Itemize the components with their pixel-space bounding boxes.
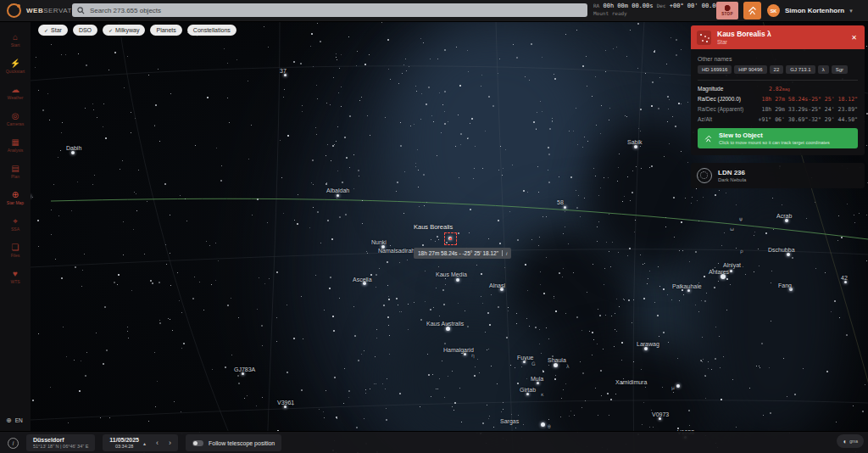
star-label[interactable]: 37 — [280, 68, 287, 74]
coordinates-tooltip: 18h 27m 58.24s - -25° 25' 18.12" i — [414, 248, 511, 259]
sidebar-item-quickstart[interactable]: ⚡Quickstart — [0, 53, 31, 79]
star-label[interactable]: Girtab — [520, 387, 536, 393]
info-icon[interactable]: i — [506, 251, 507, 256]
star-label[interactable]: Acrab — [776, 213, 792, 219]
star-label[interactable]: Antares — [709, 269, 729, 275]
sidebar-item-plan[interactable]: ▤Plan — [0, 158, 31, 184]
webservatory-app: Dabih3729AlbaldahSabik58NunkiNamalsadira… — [0, 0, 868, 453]
star-label[interactable]: Fang — [778, 282, 792, 288]
sidebar-item-ssa[interactable]: ⌖SSA — [0, 210, 31, 237]
sidebar-item-files[interactable]: ❏Files — [0, 237, 31, 263]
star-label[interactable]: Mula — [531, 376, 543, 382]
star-label[interactable]: Hamalgarid — [443, 347, 474, 353]
language-selector[interactable]: ⊕ EN — [6, 417, 23, 424]
star-label[interactable]: Kaus Australis — [426, 321, 464, 327]
star-label[interactable]: Shaula — [548, 357, 566, 363]
heart-hand-icon: ♥ — [13, 269, 18, 278]
user-name: Simon Kortenhorn — [785, 7, 844, 14]
check-icon: ✓ — [108, 27, 113, 33]
star-label[interactable]: Albaldah — [326, 187, 349, 193]
sidebar-item-start[interactable]: ⌂Start — [0, 26, 31, 53]
detail-row: Az/Alt+91° 06' 30.69"-32° 29' 44.50" — [698, 116, 858, 123]
other-name-tag[interactable]: Sgr — [832, 65, 848, 74]
info-icon[interactable]: i — [8, 438, 19, 449]
tooltip-divider — [502, 250, 503, 256]
display-gamma-control[interactable]: ◐ gma — [837, 434, 864, 448]
star-label[interactable]: V3961 — [277, 400, 294, 405]
sidebar-item-star-map[interactable]: ⊕Star Map — [0, 184, 31, 210]
framing-button[interactable] — [743, 2, 761, 20]
star-label[interactable]: Nunki — [371, 239, 387, 245]
related-object-card[interactable]: LDN 236 Dark Nebula — [691, 163, 865, 188]
star-label[interactable]: GJ783A — [234, 366, 255, 372]
stop-button[interactable]: STOP — [716, 2, 738, 20]
sidebar-item-analysis[interactable]: ▦Analysis — [0, 131, 31, 158]
object-panel: Kaus Borealis λ Star ✕ Other names HD 16… — [691, 25, 865, 188]
location-card[interactable]: Düsseldorf 51°13' 18" N | 06°46' 34" E — [26, 434, 95, 451]
follow-telescope-label: Follow telescope position — [209, 440, 275, 446]
detail-row-value-1: +91° 06' 30.69" — [759, 116, 809, 123]
sidebar-item-wts[interactable]: ♥WTS — [0, 263, 31, 289]
sidebar-item-weather[interactable]: ☁Weather — [0, 79, 31, 105]
star-label[interactable]: Fuyue — [517, 355, 533, 361]
search-bar[interactable] — [72, 3, 587, 17]
star-label[interactable]: Kaus Media — [436, 271, 467, 277]
star-label[interactable]: 58 — [557, 199, 564, 205]
filter-chip-dso[interactable]: DSO — [73, 25, 97, 36]
close-icon[interactable]: ✕ — [849, 32, 859, 43]
other-name-tag[interactable]: HIP 90496 — [734, 65, 766, 74]
search-input[interactable] — [88, 6, 582, 15]
star-label[interactable]: Xamidimura — [615, 379, 647, 385]
bayer-letter-label: ω — [730, 226, 734, 232]
star-label[interactable]: Alniyat — [723, 262, 741, 268]
star-label[interactable]: Dabih — [66, 145, 81, 151]
star-label[interactable]: Namalsadirah — [378, 248, 415, 254]
other-name-tag[interactable]: λ — [818, 65, 829, 74]
star-label[interactable]: Larawag — [637, 341, 659, 347]
star-label[interactable]: Dschubba — [768, 247, 795, 253]
filter-chip-star[interactable]: ✓Star — [38, 25, 68, 36]
date-value: 11/05/2025 — [109, 437, 139, 443]
chart-icon: ▦ — [11, 137, 19, 147]
star-label[interactable]: Sabik — [627, 139, 643, 145]
datetime-card[interactable]: 11/05/2025 03:34:28 ▴ ‹ › — [103, 434, 178, 451]
detail-row-label: Az/Alt — [698, 116, 759, 122]
other-name-tag[interactable]: GJ 713.1 — [786, 65, 815, 74]
sidebar-item-cameras[interactable]: ◎Cameras — [0, 105, 31, 131]
filter-chip-planets[interactable]: Planets — [150, 25, 181, 36]
cloud-icon: ☁ — [11, 85, 19, 94]
related-object-title: LDN 236 — [718, 169, 746, 176]
filter-chip-constellations[interactable]: Constellations — [187, 25, 236, 36]
other-name-tag[interactable]: HD 169916 — [698, 65, 732, 74]
sidebar-item-label: Cameras — [7, 121, 24, 126]
star-label[interactable]: V0973 — [652, 411, 669, 417]
globe-icon: ⊕ — [6, 417, 12, 424]
star-label[interactable]: Ascella — [353, 277, 372, 282]
chevron-right-icon[interactable]: › — [169, 439, 171, 447]
half-moon-icon: ◐ — [843, 438, 847, 445]
sidebar-item-label: Start — [11, 42, 20, 48]
bottom-bar: i Düsseldorf 51°13' 18" N | 06°46' 34" E… — [0, 431, 868, 453]
slew-button-title: Slew to Object — [719, 131, 830, 139]
slew-to-object-button[interactable]: Slew to Object Click to move mount so it… — [698, 128, 858, 148]
camera-icon: ◎ — [12, 111, 19, 120]
star-label[interactable]: Sargas — [500, 418, 519, 424]
star-label[interactable]: 42 — [841, 275, 848, 281]
slew-telescope-icon — [704, 135, 712, 143]
star-label[interactable]: Paikauhale — [672, 283, 702, 289]
detail-row-label: Ra/Dec (Apparent) — [698, 106, 762, 112]
stop-button-label: STOP — [721, 12, 732, 16]
dec-label: Dec — [657, 3, 666, 8]
time-value: 03:34:28 — [109, 444, 139, 449]
search-icon — [77, 7, 85, 14]
selected-star-marker[interactable] — [444, 232, 457, 245]
star-label[interactable]: Alnasl — [489, 282, 505, 288]
bayer-letter-label: θ — [548, 423, 551, 429]
sidebar: ⌂Start⚡Quickstart☁Weather◎Cameras▦Analys… — [0, 21, 31, 431]
chevron-left-icon[interactable]: ‹ — [156, 439, 159, 447]
follow-telescope-toggle[interactable]: Follow telescope position — [186, 434, 281, 451]
filter-chip-milkyway[interactable]: ✓Milkyway — [103, 25, 145, 36]
user-menu[interactable]: SK Simon Kortenhorn ▾ — [767, 0, 853, 21]
other-name-tag[interactable]: 22 — [770, 65, 784, 74]
caret-up-icon[interactable]: ▴ — [143, 440, 146, 446]
